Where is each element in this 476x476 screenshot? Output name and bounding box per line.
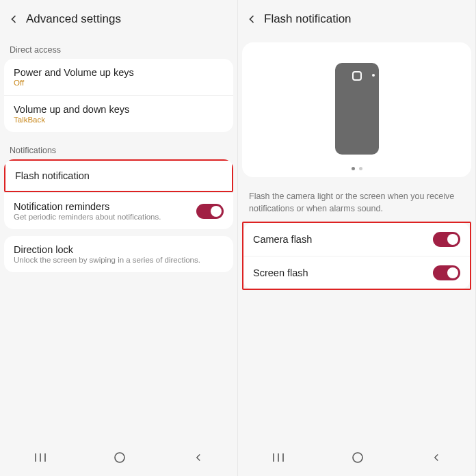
back-icon[interactable] xyxy=(242,10,261,29)
toggle-camera-flash[interactable] xyxy=(433,232,460,247)
header: Flash notification xyxy=(238,0,475,38)
highlighted-toggle-group: Camera flash Screen flash xyxy=(242,222,471,290)
item-power-volume-keys[interactable]: Power and Volume up keys Off xyxy=(4,59,233,95)
nav-recents-icon[interactable] xyxy=(272,452,285,466)
list-notifications: Flash notification Notification reminder… xyxy=(4,159,233,229)
page-indicator xyxy=(352,167,362,170)
item-screen-flash[interactable]: Screen flash xyxy=(243,256,470,289)
item-volume-up-down-keys[interactable]: Volume up and down keys TalkBack xyxy=(4,95,233,132)
nav-home-icon[interactable] xyxy=(114,451,126,466)
item-notification-reminders[interactable]: Notification reminders Get periodic remi… xyxy=(4,192,233,229)
info-text: Flash the camera light or the screen whe… xyxy=(238,183,475,222)
list-direct-access: Power and Volume up keys Off Volume up a… xyxy=(4,59,233,132)
phone-back-icon xyxy=(335,63,379,155)
page-title: Flash notification xyxy=(264,12,352,26)
nav-back-icon[interactable] xyxy=(430,451,442,466)
svg-point-3 xyxy=(115,453,124,462)
nav-home-icon[interactable] xyxy=(352,451,364,466)
section-direct-access: Direct access xyxy=(0,38,237,59)
item-flash-notification[interactable]: Flash notification xyxy=(4,159,233,192)
section-notifications: Notifications xyxy=(0,139,237,159)
svg-point-7 xyxy=(353,453,362,462)
navbar xyxy=(0,446,237,472)
item-direction-lock[interactable]: Direction lock Unlock the screen by swip… xyxy=(4,236,233,272)
screen-advanced-settings: Advanced settings Direct access Power an… xyxy=(0,0,238,476)
toggle-notification-reminders[interactable] xyxy=(196,204,224,219)
nav-recents-icon[interactable] xyxy=(34,452,47,466)
indicator-dot-active xyxy=(352,167,355,170)
flash-dot-icon xyxy=(372,74,375,77)
item-camera-flash[interactable]: Camera flash xyxy=(243,223,470,256)
nav-back-icon[interactable] xyxy=(192,451,204,466)
navbar xyxy=(238,446,475,472)
back-icon[interactable] xyxy=(4,10,23,29)
page-title: Advanced settings xyxy=(26,12,121,26)
indicator-dot xyxy=(359,167,362,170)
toggle-screen-flash[interactable] xyxy=(433,265,460,280)
camera-icon xyxy=(352,71,362,81)
screen-flash-notification: Flash notification Flash the camera ligh… xyxy=(238,0,476,476)
header: Advanced settings xyxy=(0,0,237,38)
preview-card xyxy=(242,42,471,177)
list-direction-lock: Direction lock Unlock the screen by swip… xyxy=(4,236,233,272)
